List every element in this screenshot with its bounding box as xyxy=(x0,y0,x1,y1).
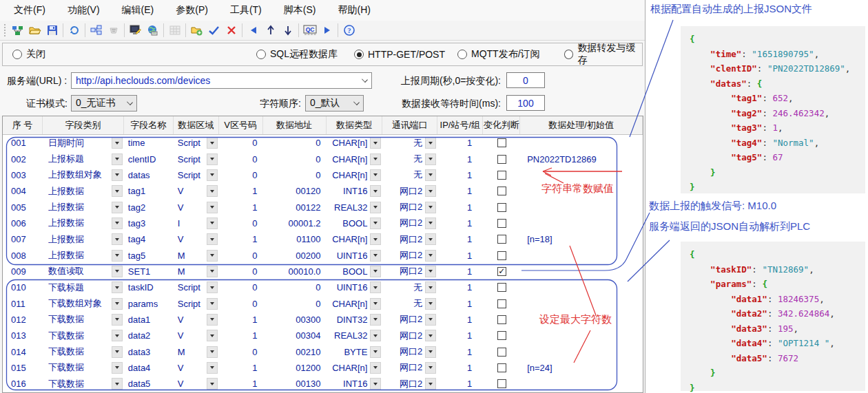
region-cell[interactable]: I xyxy=(174,215,205,231)
vzone-cell[interactable]: 1 xyxy=(219,376,263,392)
name-cell[interactable]: tag1 xyxy=(124,183,174,199)
address-cell[interactable]: 0 xyxy=(263,279,327,295)
dropdown-arrow-icon[interactable] xyxy=(425,153,436,165)
datatype-cell[interactable]: INT16 xyxy=(327,376,369,392)
checkbox-icon[interactable] xyxy=(497,363,506,372)
dropdown-arrow-icon[interactable] xyxy=(112,250,123,262)
mode-radio-4[interactable]: MQTT发布/订阅 xyxy=(457,48,540,61)
port-cell[interactable]: 网口2 xyxy=(382,183,424,199)
ip-cell[interactable]: 1 xyxy=(437,151,483,167)
dropdown-arrow-icon[interactable] xyxy=(207,298,218,310)
dropdown-arrow-icon[interactable] xyxy=(425,282,436,293)
chevron-down-icon[interactable] xyxy=(362,76,368,83)
category-cell[interactable]: 下载数据 xyxy=(43,360,110,376)
name-cell[interactable]: taskID xyxy=(124,279,174,295)
datatype-cell[interactable]: CHAR[n] xyxy=(327,360,369,376)
dropdown-arrow-icon[interactable] xyxy=(425,378,436,390)
serial-port-icon[interactable] xyxy=(105,22,122,39)
address-cell[interactable]: 01200 xyxy=(263,360,327,376)
dropdown-arrow-icon[interactable] xyxy=(112,346,123,358)
delete-icon[interactable] xyxy=(223,22,240,39)
dropdown-arrow-icon[interactable] xyxy=(112,153,123,165)
datatype-cell[interactable]: UINT16 xyxy=(327,247,369,263)
dropdown-arrow-icon[interactable] xyxy=(112,314,123,326)
dropdown-arrow-icon[interactable] xyxy=(425,233,436,245)
dropdown-arrow-icon[interactable] xyxy=(370,298,381,310)
port-cell[interactable]: 无 xyxy=(382,167,424,183)
dropdown-arrow-icon[interactable] xyxy=(370,346,381,358)
process-value-cell[interactable]: PN2022TD12869 xyxy=(520,151,643,167)
dropdown-arrow-icon[interactable] xyxy=(425,330,436,341)
dropdown-arrow-icon[interactable] xyxy=(112,202,123,213)
name-cell[interactable]: data2 xyxy=(124,328,174,343)
qc-debug-icon[interactable]: QC xyxy=(301,22,318,39)
category-cell[interactable]: 上报数据 xyxy=(43,199,110,215)
mode-radio-1[interactable]: 关闭 xyxy=(12,48,45,61)
process-value-cell[interactable] xyxy=(520,295,643,311)
dropdown-arrow-icon[interactable] xyxy=(425,137,436,149)
ip-cell[interactable]: 1 xyxy=(437,328,483,343)
datatype-cell[interactable]: BOOL xyxy=(327,215,369,231)
radio-icon[interactable] xyxy=(457,50,467,59)
dropdown-arrow-icon[interactable] xyxy=(112,185,123,197)
vzone-cell[interactable]: 0 xyxy=(219,279,263,295)
move-down-icon[interactable] xyxy=(279,22,296,39)
ip-cell[interactable]: 1 xyxy=(437,247,483,263)
dropdown-arrow-icon[interactable] xyxy=(207,137,218,149)
process-value-cell[interactable]: [n=18] xyxy=(520,231,643,247)
address-cell[interactable]: 0 xyxy=(263,167,327,183)
category-cell[interactable]: 日期时间 xyxy=(43,135,110,151)
dropdown-arrow-icon[interactable] xyxy=(207,378,218,390)
ip-cell[interactable]: 1 xyxy=(437,199,483,215)
dropdown-arrow-icon[interactable] xyxy=(370,185,381,197)
region-cell[interactable]: M xyxy=(174,264,205,279)
checkbox-icon[interactable] xyxy=(497,235,506,244)
name-cell[interactable]: SET1 xyxy=(124,264,174,279)
port-cell[interactable]: 无 xyxy=(382,135,424,151)
ip-cell[interactable]: 1 xyxy=(437,167,483,183)
menu-item-file[interactable]: 文件(F) xyxy=(4,1,55,19)
column-header[interactable]: 通讯端口 xyxy=(382,116,437,134)
menu-item-edit[interactable]: 编辑(E) xyxy=(112,1,164,19)
ip-cell[interactable]: 1 xyxy=(437,215,483,231)
dropdown-arrow-icon[interactable] xyxy=(370,202,381,213)
datatype-cell[interactable]: DINT32 xyxy=(327,312,369,328)
category-cell[interactable]: 下载数据 xyxy=(43,328,110,343)
column-header[interactable]: IP/站号/组 xyxy=(437,116,483,134)
dropdown-arrow-icon[interactable] xyxy=(370,217,381,229)
column-header[interactable]: 字段类别 xyxy=(43,116,124,134)
dropdown-arrow-icon[interactable] xyxy=(370,362,381,374)
dropdown-arrow-icon[interactable] xyxy=(207,153,218,165)
process-value-cell[interactable] xyxy=(520,167,643,183)
datatype-cell[interactable]: REAL32 xyxy=(327,328,369,343)
dropdown-arrow-icon[interactable] xyxy=(207,185,218,197)
region-cell[interactable]: Script xyxy=(174,295,205,311)
address-cell[interactable]: 00300 xyxy=(263,312,327,328)
run-icon[interactable] xyxy=(318,22,335,39)
menu-item-func[interactable]: 功能(V) xyxy=(58,1,110,19)
address-cell[interactable]: 00200 xyxy=(263,247,327,263)
menu-item-tool[interactable]: 工具(T) xyxy=(220,1,271,19)
region-cell[interactable]: Script xyxy=(174,135,205,151)
dropdown-arrow-icon[interactable] xyxy=(425,185,436,197)
column-header[interactable]: 数据区域 xyxy=(174,116,219,134)
refresh-icon[interactable] xyxy=(65,22,83,39)
ip-cell[interactable]: 1 xyxy=(437,343,483,359)
move-up-icon[interactable] xyxy=(262,22,279,39)
process-value-cell[interactable] xyxy=(520,279,643,295)
process-value-cell[interactable] xyxy=(520,247,643,263)
dropdown-arrow-icon[interactable] xyxy=(207,266,218,277)
dropdown-arrow-icon[interactable] xyxy=(207,330,218,341)
category-cell[interactable]: 上报数据 xyxy=(43,231,110,247)
category-cell[interactable]: 下载数据 xyxy=(43,312,110,328)
dropdown-arrow-icon[interactable] xyxy=(425,266,436,277)
name-cell[interactable]: tag2 xyxy=(124,199,174,215)
category-cell[interactable]: 上报数据 xyxy=(43,247,110,263)
datatype-cell[interactable]: CHAR[n] xyxy=(327,167,369,183)
category-cell[interactable]: 下载数组对象 xyxy=(43,295,110,311)
region-cell[interactable]: M xyxy=(174,343,205,359)
dropdown-arrow-icon[interactable] xyxy=(425,298,436,310)
process-value-cell[interactable] xyxy=(520,376,643,392)
datatype-cell[interactable]: BYTE xyxy=(327,343,369,359)
process-value-cell[interactable] xyxy=(520,264,643,279)
